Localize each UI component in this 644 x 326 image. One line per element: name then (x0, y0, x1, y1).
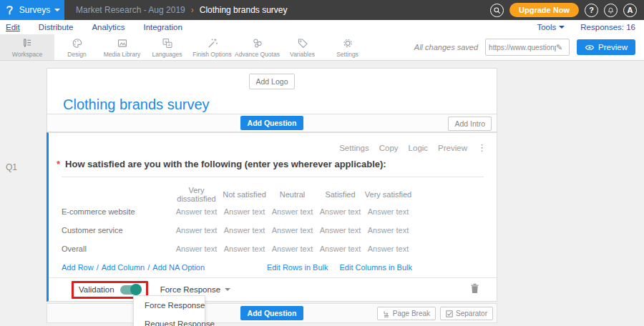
add-intro-button[interactable]: Add Intro (448, 117, 492, 131)
answer-cell[interactable]: Answer text (364, 226, 412, 234)
tab-distribute[interactable]: Distribute (39, 23, 74, 31)
help-button[interactable]: ? (585, 4, 598, 17)
page-break-button[interactable]: Page Break (377, 307, 436, 320)
row-label[interactable]: Customer service (62, 226, 172, 234)
validation-toggle[interactable] (120, 285, 141, 295)
tool-label: Workspace (12, 51, 42, 58)
answer-cell[interactable]: Answer text (172, 244, 220, 253)
add-logo-button[interactable]: Add Logo (249, 74, 296, 89)
answer-cell[interactable]: Answer text (172, 226, 220, 234)
dropdown-option-force-response[interactable]: Force Response (134, 296, 205, 315)
answer-cell[interactable]: Answer text (220, 244, 268, 253)
matrix-edit-links: Add Row / Add Column / Add NA Option Edi… (62, 263, 412, 272)
question-number-label: Q1 (6, 162, 17, 172)
chevron-down-icon (225, 288, 230, 291)
validation-dropdown-menu: Force Response Request Response (133, 295, 205, 326)
answer-cell[interactable]: Answer text (220, 226, 268, 234)
dropdown-option-request-response[interactable]: Request Response (134, 315, 205, 326)
chain-links-icon (251, 37, 264, 49)
matrix-row-ecommerce: E-commerce website Answer text Answer te… (62, 202, 412, 221)
tool-label: Settings (336, 51, 358, 58)
matrix-row-customer-service: Customer service Answer text Answer text… (62, 221, 412, 239)
editor-canvas: Q1 Add Logo Clothing brands survey Add Q… (0, 61, 644, 326)
surveys-product-switcher[interactable]: Surveys (0, 0, 64, 20)
top-navbar: Surveys Market Research - Aug 2019 › Clo… (0, 0, 644, 20)
tool-languages[interactable]: aA Languages (145, 34, 190, 60)
separator-button[interactable]: Separator (440, 307, 493, 320)
tab-analytics[interactable]: Analytics (92, 23, 125, 31)
tool-workspace[interactable]: Workspace (0, 34, 54, 60)
question-mark-icon: ? (589, 6, 594, 14)
svg-text:A: A (167, 43, 170, 47)
tool-variables[interactable]: Variables (280, 34, 325, 60)
answer-cell[interactable]: Answer text (316, 207, 364, 216)
preview-button[interactable]: Preview (577, 39, 635, 55)
answer-cell[interactable]: Answer text (220, 207, 268, 216)
gear-icon (341, 37, 354, 49)
edit-columns-in-bulk-link[interactable]: Edit Columns in Bulk (340, 263, 413, 272)
add-na-option-link[interactable]: Add NA Option (152, 263, 205, 272)
page-break-label: Page Break (393, 310, 430, 317)
translate-icon: aA (161, 37, 174, 49)
tool-finish-options[interactable]: Finish Options (190, 34, 235, 60)
column-header[interactable]: Not satisfied (220, 190, 268, 199)
account-avatar[interactable]: A (623, 4, 637, 17)
notifications-button[interactable] (604, 4, 618, 17)
tools-dropdown[interactable]: Tools (537, 23, 565, 31)
answer-cell[interactable]: Answer text (268, 207, 316, 216)
survey-url-input[interactable] (489, 44, 556, 51)
add-column-link[interactable]: Add Column (102, 263, 145, 272)
row-label[interactable]: E-commerce website (62, 207, 172, 216)
tag-icon (296, 37, 309, 49)
breadcrumb-survey-title: Clothing brands survey (200, 5, 288, 15)
question-copy-link[interactable]: Copy (379, 144, 399, 152)
tool-media-library[interactable]: Media Library (99, 34, 145, 60)
tool-design[interactable]: Design (54, 34, 99, 60)
delete-question-button[interactable] (470, 283, 479, 297)
question-actions: Settings Copy Logic Preview ⋮ (339, 142, 487, 153)
column-header[interactable]: Satisfied (316, 190, 364, 199)
breadcrumb-folder[interactable]: Market Research - Aug 2019 (76, 5, 185, 15)
add-row-link[interactable]: Add Row (62, 263, 94, 272)
validation-type-dropdown[interactable]: Force Response (160, 285, 230, 294)
answer-cell[interactable]: Answer text (316, 244, 364, 253)
validation-row: Validation Force Response (49, 277, 497, 301)
add-question-button-top[interactable]: Add Question (240, 116, 304, 130)
tool-advance-quotas[interactable]: Advance Quotas (235, 34, 280, 60)
row-label[interactable]: Overall (62, 244, 172, 253)
upgrade-now-button[interactable]: Upgrade Now (509, 3, 579, 17)
answer-cell[interactable]: Answer text (316, 226, 364, 234)
question-text[interactable]: How satisfied are you with the following… (65, 159, 386, 169)
tool-settings[interactable]: Settings (325, 34, 370, 60)
page-break-icon (383, 310, 390, 317)
answer-cell[interactable]: Answer text (364, 207, 412, 216)
tab-integration[interactable]: Integration (143, 23, 182, 31)
question-preview-link[interactable]: Preview (438, 144, 467, 152)
responses-link[interactable]: Responses: 16 (580, 23, 635, 31)
search-button[interactable] (490, 4, 504, 17)
question-settings-link[interactable]: Settings (339, 144, 369, 152)
kebab-menu-icon[interactable]: ⋮ (477, 142, 487, 153)
question-divider (62, 177, 484, 177)
answer-cell[interactable]: Answer text (268, 226, 316, 234)
trash-icon (470, 283, 479, 294)
answer-cell[interactable]: Answer text (268, 244, 316, 253)
survey-url-box: ✎ (485, 39, 570, 56)
edit-url-icon[interactable]: ✎ (556, 43, 562, 52)
question-logic-link[interactable]: Logic (409, 144, 429, 152)
column-header[interactable]: Very dissatisfied (172, 186, 220, 203)
menubar-right: Tools Responses: 16 (537, 23, 644, 31)
answer-cell[interactable]: Answer text (172, 207, 220, 216)
column-header[interactable]: Neutral (268, 190, 316, 199)
answer-cell[interactable]: Answer text (364, 244, 412, 253)
matrix-table: Very dissatisfied Not satisfied Neutral … (62, 187, 412, 258)
tab-edit[interactable]: Edit (6, 23, 20, 31)
link-separator: / (147, 263, 150, 272)
survey-header-card: Add Logo Clothing brands survey (47, 68, 497, 114)
survey-title[interactable]: Clothing brands survey (47, 89, 497, 113)
column-header[interactable]: Very satisfied (364, 190, 412, 199)
eye-icon (585, 44, 595, 51)
edit-rows-in-bulk-link[interactable]: Edit Rows in Bulk (267, 263, 328, 272)
section-menubar: Edit Distribute Analytics Integration To… (0, 20, 644, 34)
add-question-button-bottom[interactable]: Add Question (240, 306, 304, 320)
